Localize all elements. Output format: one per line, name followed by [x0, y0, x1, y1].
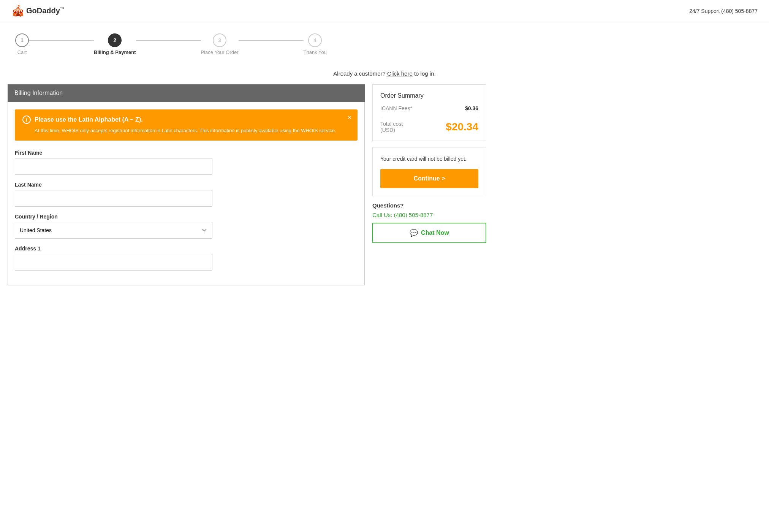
- last-name-label: Last Name: [15, 182, 358, 188]
- step-place-order: 3 Place Your Order: [201, 33, 239, 55]
- last-name-input[interactable]: [15, 190, 212, 207]
- login-suffix-text: to log in.: [414, 70, 436, 77]
- step-circle-2: 2: [108, 33, 122, 47]
- step-circle-1: 1: [15, 33, 29, 47]
- step-label-4: Thank You: [304, 49, 327, 55]
- total-sub-label: (USD): [380, 127, 403, 133]
- step-cart: 1 Cart: [15, 33, 29, 55]
- support-info: 24/7 Support (480) 505-8877: [689, 8, 758, 14]
- login-prompt-text: Already a customer?: [333, 70, 386, 77]
- billing-notice-text: Your credit card will not be billed yet.: [380, 155, 478, 163]
- main-layout: Billing Information i Please use the Lat…: [0, 84, 494, 297]
- continue-button[interactable]: Continue >: [380, 169, 478, 188]
- step-circle-3: 3: [213, 33, 226, 47]
- chat-now-button[interactable]: 💬 Chat Now: [372, 223, 486, 243]
- questions-box: Questions? Call Us: (480) 505-8877 💬 Cha…: [372, 196, 486, 249]
- country-label: Country / Region: [15, 214, 358, 220]
- total-line: Total cost (USD) $20.34: [380, 121, 478, 133]
- billing-header: Billing Information: [8, 84, 365, 102]
- billing-body: i Please use the Latin Alphabet (A ~ Z).…: [8, 102, 365, 285]
- total-label: Total cost: [380, 121, 403, 127]
- order-summary-box: Order Summary ICANN Fees* $0.36 Total co…: [372, 84, 486, 141]
- billing-notice-box: Your credit card will not be billed yet.…: [372, 147, 486, 196]
- step-label-3: Place Your Order: [201, 49, 239, 55]
- step-thank-you: 4 Thank You: [304, 33, 327, 55]
- last-name-group: Last Name: [15, 182, 358, 207]
- call-us-text: Call Us: (480) 505-8877: [372, 212, 486, 218]
- address1-group: Address 1: [15, 245, 358, 271]
- country-select[interactable]: United States Canada United Kingdom Aust…: [15, 222, 212, 239]
- step-billing: 2 Billing & Payment: [94, 33, 136, 55]
- chat-now-label: Chat Now: [421, 230, 449, 236]
- step-connector-1-2: [29, 40, 94, 41]
- country-group: Country / Region United States Canada Un…: [15, 214, 358, 239]
- alert-close-button[interactable]: ×: [347, 114, 351, 121]
- address1-input[interactable]: [15, 254, 212, 271]
- login-bar: Already a customer? Click here to log in…: [0, 63, 769, 84]
- alert-body: At this time, WHOIS only accepts registr…: [35, 127, 350, 135]
- icann-fees-label: ICANN Fees*: [380, 105, 412, 111]
- step-connector-2-3: [136, 40, 201, 41]
- alert-info-icon: i: [22, 116, 31, 124]
- order-summary-title: Order Summary: [380, 92, 478, 99]
- logo-text: GoDaddy™: [26, 6, 64, 15]
- first-name-input[interactable]: [15, 158, 212, 175]
- order-divider: [380, 116, 478, 116]
- left-panel: Billing Information i Please use the Lat…: [8, 84, 365, 285]
- step-label-1: Cart: [17, 49, 27, 55]
- first-name-group: First Name: [15, 150, 358, 175]
- alert-title: i Please use the Latin Alphabet (A ~ Z).: [22, 116, 350, 124]
- logo-mascot: 🎪: [11, 5, 25, 17]
- icann-fees-value: $0.36: [465, 105, 478, 111]
- first-name-label: First Name: [15, 150, 358, 156]
- step-label-2: Billing & Payment: [94, 49, 136, 55]
- login-link[interactable]: Click here: [387, 70, 413, 77]
- progress-steps: 1 Cart 2 Billing & Payment 3 Place Your …: [0, 22, 342, 63]
- icann-fees-line: ICANN Fees* $0.36: [380, 105, 478, 111]
- total-label-group: Total cost (USD): [380, 121, 403, 133]
- address1-label: Address 1: [15, 245, 358, 252]
- logo: 🎪 GoDaddy™: [11, 5, 64, 17]
- questions-title: Questions?: [372, 202, 486, 209]
- right-panel: Order Summary ICANN Fees* $0.36 Total co…: [372, 84, 486, 285]
- latin-alphabet-alert: i Please use the Latin Alphabet (A ~ Z).…: [15, 109, 358, 141]
- step-connector-3-4: [239, 40, 304, 41]
- chat-icon: 💬: [410, 229, 418, 237]
- page-header: 🎪 GoDaddy™ 24/7 Support (480) 505-8877: [0, 0, 769, 22]
- total-value: $20.34: [446, 121, 478, 133]
- step-circle-4: 4: [308, 33, 322, 47]
